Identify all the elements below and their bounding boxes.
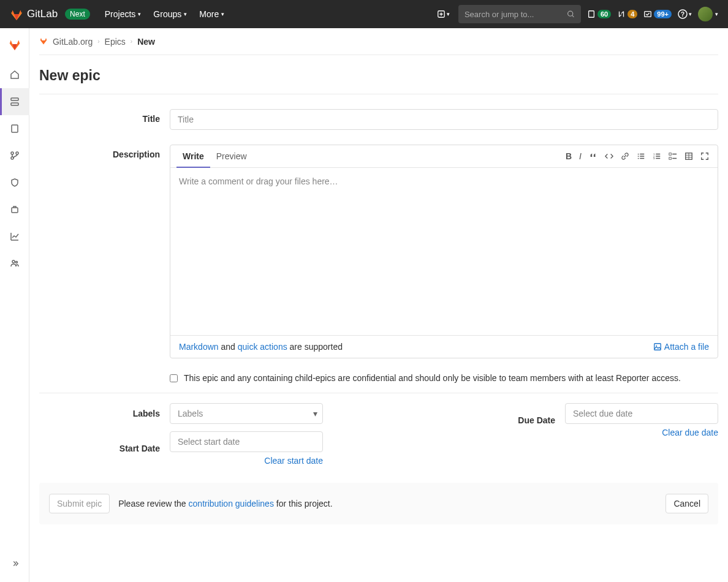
mrs-counter[interactable]: 4 — [617, 10, 637, 18]
svg-point-17 — [638, 158, 639, 159]
start-date-input[interactable] — [170, 431, 323, 452]
svg-rect-2 — [589, 11, 594, 18]
attach-file-button[interactable]: Attach a file — [653, 342, 709, 352]
chevron-down-icon: ▾ — [221, 11, 224, 17]
logo[interactable]: GitLab Next — [10, 7, 90, 21]
table-button[interactable] — [684, 151, 693, 161]
navbar-right: ▾ 60 4 99+ ? ▾ ▾ — [434, 5, 718, 23]
breadcrumb-current: New — [137, 37, 155, 47]
plus-icon — [437, 10, 446, 18]
preview-tab[interactable]: Preview — [210, 145, 253, 167]
page-title: New epic — [39, 55, 718, 94]
due-date-input[interactable] — [565, 403, 718, 424]
expand-icon — [10, 559, 19, 568]
svg-point-9 — [11, 152, 13, 154]
sidebar-expand-button[interactable] — [0, 551, 29, 576]
epic-icon — [10, 97, 20, 107]
merge-request-icon — [617, 10, 626, 18]
code-button[interactable] — [605, 151, 613, 161]
group-avatar[interactable] — [5, 34, 25, 54]
new-menu-button[interactable]: ▾ — [434, 7, 452, 21]
nav-groups[interactable]: Groups▾ — [148, 6, 192, 23]
markdown-help-text: Markdown and quick actions are supported — [179, 342, 343, 352]
help-icon: ? — [678, 9, 688, 19]
chevron-down-icon: ▾ — [715, 11, 718, 17]
title-label: Title — [39, 109, 170, 124]
svg-point-16 — [638, 156, 639, 157]
labels-dropdown[interactable]: Labels ▾ — [170, 403, 323, 424]
sidebar-item-epics[interactable] — [0, 88, 29, 115]
divider — [39, 393, 718, 393]
labels-label: Labels — [39, 409, 170, 418]
svg-text:?: ? — [681, 11, 684, 18]
submit-button[interactable]: Submit epic — [49, 494, 110, 513]
clear-due-date-link[interactable]: Clear due date — [565, 428, 718, 437]
svg-point-25 — [656, 345, 657, 346]
clear-start-date-link[interactable]: Clear start date — [170, 456, 323, 466]
sidebar-item-issues[interactable] — [0, 115, 29, 142]
markdown-link[interactable]: Markdown — [179, 342, 219, 352]
editor-toolbar: B I 123 — [566, 151, 711, 161]
next-badge[interactable]: Next — [65, 9, 90, 20]
quick-actions-link[interactable]: quick actions — [238, 342, 287, 352]
sidebar — [0, 28, 29, 582]
shield-icon — [10, 178, 20, 187]
nav-projects[interactable]: Projects▾ — [100, 6, 146, 23]
svg-text:3: 3 — [653, 157, 655, 160]
package-icon — [10, 205, 20, 214]
quote-button[interactable] — [589, 151, 597, 161]
chevron-right-icon: › — [131, 38, 132, 45]
svg-rect-8 — [12, 125, 18, 132]
search-input[interactable] — [464, 10, 567, 19]
description-textarea[interactable] — [170, 168, 718, 333]
todos-counter[interactable]: 99+ — [643, 10, 672, 18]
user-menu[interactable]: ▾ — [698, 7, 718, 21]
logo-text: GitLab — [27, 8, 58, 20]
avatar — [698, 7, 713, 21]
breadcrumb-section[interactable]: Epics — [105, 37, 126, 47]
chevron-down-icon: ▾ — [313, 409, 317, 418]
breadcrumb-group[interactable]: GitLab.org — [39, 36, 93, 47]
top-navbar: GitLab Next Projects▾ Groups▾ More▾ ▾ 60… — [0, 0, 728, 28]
svg-rect-22 — [669, 157, 672, 160]
italic-button[interactable]: I — [579, 151, 582, 161]
write-tab[interactable]: Write — [176, 145, 210, 167]
chart-icon — [10, 232, 20, 241]
sidebar-item-overview[interactable] — [0, 61, 29, 88]
cancel-button[interactable]: Cancel — [665, 494, 708, 513]
breadcrumb: GitLab.org › Epics › New — [39, 28, 718, 55]
svg-point-1 — [568, 11, 573, 16]
issues-counter[interactable]: 60 — [587, 10, 611, 18]
sidebar-item-packages[interactable] — [0, 196, 29, 223]
description-editor: Write Preview B I 123 — [170, 145, 718, 358]
confidential-checkbox[interactable] — [170, 374, 178, 382]
title-input[interactable] — [170, 109, 718, 130]
bullet-list-button[interactable] — [637, 151, 645, 161]
gitlab-icon — [39, 36, 48, 45]
help-button[interactable]: ? ▾ — [678, 9, 692, 19]
svg-point-15 — [638, 154, 639, 155]
link-button[interactable] — [621, 151, 629, 161]
svg-point-14 — [15, 262, 17, 263]
contribution-guidelines-link[interactable]: contribution guidelines — [189, 499, 274, 508]
svg-rect-21 — [669, 153, 672, 156]
nav-menu: Projects▾ Groups▾ More▾ — [100, 6, 229, 23]
svg-rect-6 — [11, 98, 18, 100]
svg-point-11 — [16, 152, 18, 154]
fullscreen-button[interactable] — [700, 151, 709, 161]
merge-icon — [10, 151, 20, 161]
members-icon — [10, 259, 20, 268]
sidebar-item-members[interactable] — [0, 250, 29, 277]
sidebar-item-merge[interactable] — [0, 142, 29, 169]
description-label: Description — [39, 145, 170, 159]
sidebar-item-analytics[interactable] — [0, 223, 29, 250]
nav-more[interactable]: More▾ — [194, 6, 229, 23]
bold-button[interactable]: B — [566, 151, 572, 161]
task-list-button[interactable] — [669, 151, 677, 161]
confidential-label: This epic and any containing child-epics… — [184, 373, 681, 383]
numbered-list-button[interactable]: 123 — [653, 151, 661, 161]
search-icon — [567, 10, 575, 18]
home-icon — [10, 70, 20, 80]
sidebar-item-security[interactable] — [0, 169, 29, 196]
search-box[interactable] — [458, 5, 581, 23]
